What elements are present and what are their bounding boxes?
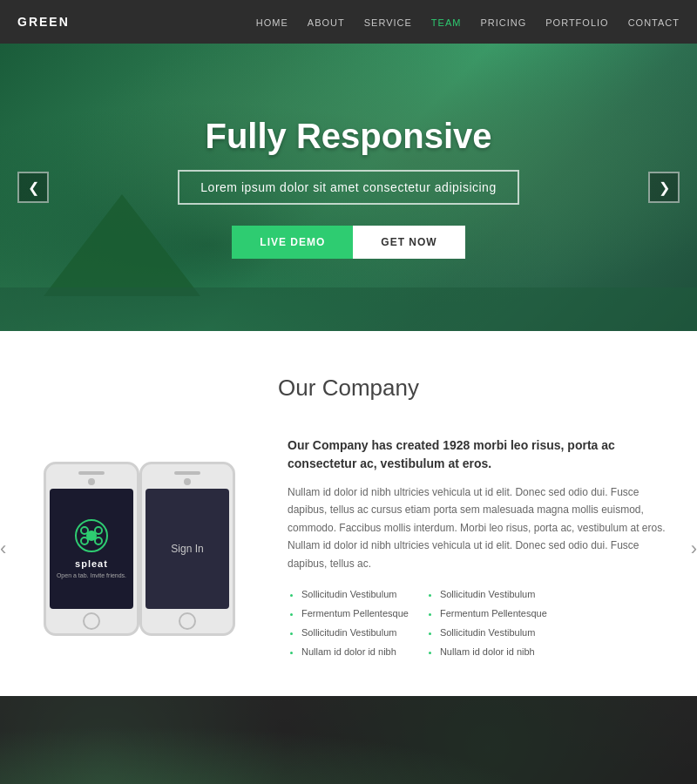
phone-2-home-btn xyxy=(179,612,196,630)
hero-next-button[interactable]: ❯ xyxy=(648,172,680,203)
chevron-left-icon: ❮ xyxy=(28,179,39,196)
company-section: Our Company ‹ xyxy=(0,331,697,696)
phone-2-signin: Sign In xyxy=(171,543,203,555)
phones-container: spleat Open a tab. Invite friends. Sign … xyxy=(17,444,261,653)
phone-1-speaker xyxy=(78,471,105,475)
spleat-logo-icon xyxy=(74,518,109,553)
svg-point-4 xyxy=(81,537,88,544)
hero-section: ❮ Fully Responsive Lorem ipsum dolor sit… xyxy=(0,44,697,331)
bottom-overlay xyxy=(0,696,697,784)
get-now-button[interactable]: GET NOW xyxy=(353,226,464,259)
phone-1: spleat Open a tab. Invite friends. xyxy=(44,462,139,636)
list-item: Nullam id dolor id nibh xyxy=(301,642,409,661)
company-list-2: Sollicitudin Vestibulum Fermentum Pellen… xyxy=(426,585,547,661)
list-item: Sollicitudin Vestibulum xyxy=(301,623,409,642)
list-item: Fermentum Pellentesque xyxy=(301,604,409,623)
list-item: Sollicitudin Vestibulum xyxy=(440,585,547,604)
nav-item-about[interactable]: ABOUT xyxy=(308,14,345,30)
company-feature-lists: Sollicitudin Vestibulum Fermentum Pellen… xyxy=(288,585,680,661)
phone-1-tagline: Open a tab. Invite friends. xyxy=(57,572,126,578)
list-item: Sollicitudin Vestibulum xyxy=(440,623,547,642)
phone-1-screen: spleat Open a tab. Invite friends. xyxy=(50,489,133,609)
hero-buttons: LIVE DEMO GET NOW xyxy=(178,226,518,259)
hero-subtitle: Lorem ipsum dolor sit amet consectetur a… xyxy=(178,170,518,205)
nav-item-home[interactable]: HOME xyxy=(256,14,288,30)
list-item: Sollicitudin Vestibulum xyxy=(301,585,409,604)
nav-item-contact[interactable]: CONTACT xyxy=(628,14,680,30)
nav-item-service[interactable]: SERVICE xyxy=(364,14,412,30)
phone-1-home-btn xyxy=(83,612,100,630)
svg-point-2 xyxy=(81,527,88,534)
phone-1-app-name: spleat xyxy=(75,558,108,569)
svg-point-3 xyxy=(95,527,102,534)
hero-prev-button[interactable]: ❮ xyxy=(17,172,49,203)
svg-point-5 xyxy=(95,537,102,544)
nav-item-portfolio[interactable]: PORTFOLIO xyxy=(545,14,608,30)
nav-menu: HOME ABOUT SERVICE TEAM PRICING PORTFOLI… xyxy=(256,14,680,30)
phone-2-speaker xyxy=(174,471,200,475)
live-demo-button[interactable]: LIVE DEMO xyxy=(232,226,353,259)
company-heading: Our Company has created 1928 morbi leo r… xyxy=(288,436,680,473)
nav-item-team[interactable]: TEAM xyxy=(431,14,462,30)
phone-1-camera xyxy=(88,478,95,485)
phone-2-camera xyxy=(184,478,191,485)
company-description: Our Company has created 1928 morbi leo r… xyxy=(288,436,680,661)
phone-2: Sign In xyxy=(139,462,235,636)
phone-2-screen: Sign In xyxy=(145,489,229,609)
slider-right-arrow[interactable]: › xyxy=(691,537,697,560)
nav-item-pricing[interactable]: PRICING xyxy=(480,14,526,30)
chevron-right-icon: ❯ xyxy=(659,179,670,196)
bottom-section: Nunc velit risus, dapibus non interdum q… xyxy=(0,696,697,784)
section-title: Our Company xyxy=(17,375,680,402)
list-item: Fermentum Pellentesque xyxy=(440,604,547,623)
company-list-1: Sollicitudin Vestibulum Fermentum Pellen… xyxy=(288,585,409,661)
company-body: Nullam id dolor id nibh ultricies vehicu… xyxy=(288,483,680,572)
hero-content: Fully Responsive Lorem ipsum dolor sit a… xyxy=(178,117,518,259)
brand-logo: GREEN xyxy=(17,15,70,29)
hero-title: Fully Responsive xyxy=(178,117,518,156)
list-item: Nullam id dolor id nibh xyxy=(440,642,547,661)
company-content: ‹ xyxy=(17,436,680,661)
hero-water xyxy=(0,287,697,331)
navbar: GREEN HOME ABOUT SERVICE TEAM PRICING PO… xyxy=(0,0,697,44)
slider-left-arrow[interactable]: ‹ xyxy=(0,537,6,560)
